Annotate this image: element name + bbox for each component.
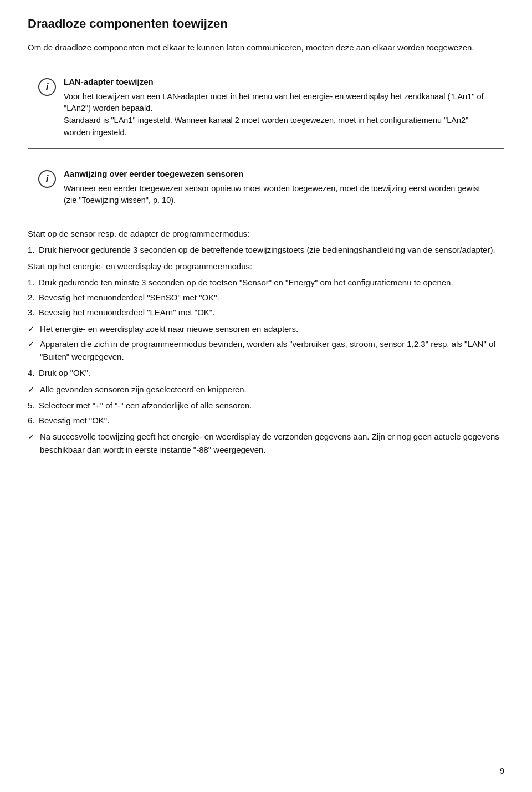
list-item-text: Druk gedurende ten minste 3 seconden op … (39, 278, 453, 287)
check-list-item: Het energie- en weerdisplay zoekt naar n… (28, 323, 504, 335)
list-item-text: Bevestig het menuonderdeel "LEArn" met "… (39, 308, 214, 317)
list-num: 4. (28, 366, 35, 379)
list-num: 1. (28, 243, 35, 256)
list-num: 6. (28, 414, 35, 427)
info-box-1-content: LAN-adapter toewijzen Voor het toewijzen… (64, 77, 494, 139)
list-num: 1. (28, 276, 35, 289)
check-list-2: Alle gevonden sensoren zijn geselecteerd… (28, 383, 504, 396)
info-box-1-title: LAN-adapter toewijzen (64, 77, 494, 86)
list-item-text: Bevestig met "OK". (39, 416, 109, 425)
info-box-2-text: Wanneer een eerder toegewezen sensor opn… (64, 183, 494, 207)
list-item: 2. Bevestig het menuonderdeel "SEnSO" me… (28, 291, 504, 304)
list-num: 2. (28, 291, 35, 304)
list-item: 6. Bevestig met "OK". (28, 414, 504, 427)
info-box-sensoren: i Aanwijzing over eerder toegewezen sens… (28, 160, 504, 217)
check-list-item: Alle gevonden sensoren zijn geselecteerd… (28, 383, 504, 396)
check-list-item: Na succesvolle toewijzing geeft het ener… (28, 430, 504, 456)
list-num: 5. (28, 399, 35, 412)
numbered-list-3: 4. Druk op "OK". (28, 366, 504, 379)
numbered-list-4: 5. Selecteer met "+" of "-" een afzonder… (28, 399, 504, 427)
info-icon-2: i (38, 170, 56, 188)
check-list-1: Het energie- en weerdisplay zoekt naar n… (28, 323, 504, 364)
info-box-lan-adapter: i LAN-adapter toewijzen Voor het toewijz… (28, 68, 504, 149)
check-list-item: Apparaten die zich in de programmeermodu… (28, 338, 504, 364)
check-list-3: Na succesvolle toewijzing geeft het ener… (28, 430, 504, 456)
info-box-1-text-1: Voor het toewijzen van een LAN-adapter m… (64, 91, 494, 115)
list-num: 3. (28, 306, 35, 319)
info-icon-1: i (38, 78, 56, 96)
list-item: 4. Druk op "OK". (28, 366, 504, 379)
list-item: 1. Druk hiervoor gedurende 3 seconden op… (28, 243, 504, 256)
list-item: 5. Selecteer met "+" of "-" een afzonder… (28, 399, 504, 412)
list-item-text: Selecteer met "+" of "-" een afzonderlij… (39, 401, 252, 410)
list-item: 1. Druk gedurende ten minste 3 seconden … (28, 276, 504, 289)
numbered-list-2: 1. Druk gedurende ten minste 3 seconden … (28, 276, 504, 319)
info-box-2-content: Aanwijzing over eerder toegewezen sensor… (64, 169, 494, 207)
intro-text: Om de draadloze componenten met elkaar t… (28, 42, 504, 54)
page-title: Draadloze componenten toewijzen (28, 17, 504, 37)
section-2-text: Start op het energie- en weerdisplay de … (28, 260, 504, 273)
numbered-list-1: 1. Druk hiervoor gedurende 3 seconden op… (28, 243, 504, 256)
section-1-text: Start op de sensor resp. de adapter de p… (28, 227, 504, 240)
list-item-text: Druk hiervoor gedurende 3 seconden op de… (39, 245, 495, 254)
page-number: 9 (500, 766, 504, 775)
list-item-text: Bevestig het menuonderdeel "SEnSO" met "… (39, 293, 219, 302)
list-item-text: Druk op "OK". (39, 368, 90, 377)
info-box-1-text-2: Standaard is "LAn1" ingesteld. Wanneer k… (64, 115, 494, 139)
info-box-2-title: Aanwijzing over eerder toegewezen sensor… (64, 169, 494, 178)
list-item: 3. Bevestig het menuonderdeel "LEArn" me… (28, 306, 504, 319)
